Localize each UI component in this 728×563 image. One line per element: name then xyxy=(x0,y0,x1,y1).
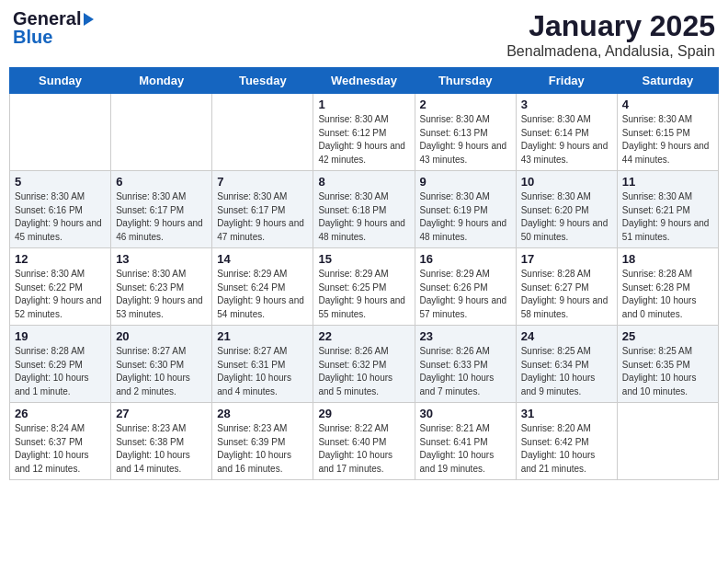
weekday-header-saturday: Saturday xyxy=(617,68,718,94)
day-cell: 21Sunrise: 8:27 AM Sunset: 6:31 PM Dayli… xyxy=(212,326,313,403)
day-info: Sunrise: 8:30 AM Sunset: 6:12 PM Dayligh… xyxy=(318,113,409,167)
title-section: January 2025 Benalmadena, Andalusia, Spa… xyxy=(506,9,715,60)
day-number: 10 xyxy=(521,175,612,189)
day-info: Sunrise: 8:30 AM Sunset: 6:18 PM Dayligh… xyxy=(318,190,409,244)
week-row-2: 5Sunrise: 8:30 AM Sunset: 6:16 PM Daylig… xyxy=(10,171,719,248)
day-number: 12 xyxy=(15,252,106,266)
day-number: 5 xyxy=(15,175,106,189)
day-cell: 28Sunrise: 8:23 AM Sunset: 6:39 PM Dayli… xyxy=(212,403,313,480)
day-number: 18 xyxy=(622,252,713,266)
day-number: 29 xyxy=(318,407,409,420)
day-number: 8 xyxy=(318,175,409,189)
week-row-1: 1Sunrise: 8:30 AM Sunset: 6:12 PM Daylig… xyxy=(10,94,719,171)
day-number: 4 xyxy=(622,98,713,111)
day-cell: 18Sunrise: 8:28 AM Sunset: 6:28 PM Dayli… xyxy=(617,248,718,326)
day-cell: 31Sunrise: 8:20 AM Sunset: 6:42 PM Dayli… xyxy=(516,403,617,480)
calendar-subtitle: Benalmadena, Andalusia, Spain xyxy=(506,43,715,60)
day-cell xyxy=(617,403,718,480)
week-row-3: 12Sunrise: 8:30 AM Sunset: 6:22 PM Dayli… xyxy=(10,248,719,326)
day-info: Sunrise: 8:23 AM Sunset: 6:38 PM Dayligh… xyxy=(116,422,207,476)
day-number: 13 xyxy=(116,252,207,266)
logo-blue: Blue xyxy=(13,27,52,47)
day-number: 30 xyxy=(420,407,511,420)
day-cell: 1Sunrise: 8:30 AM Sunset: 6:12 PM Daylig… xyxy=(313,94,415,171)
day-number: 17 xyxy=(521,252,612,266)
day-number: 6 xyxy=(116,175,207,189)
day-cell: 14Sunrise: 8:29 AM Sunset: 6:24 PM Dayli… xyxy=(212,248,313,326)
day-info: Sunrise: 8:26 AM Sunset: 6:32 PM Dayligh… xyxy=(318,345,409,398)
logo-arrow-icon xyxy=(84,13,94,26)
day-number: 15 xyxy=(318,252,409,266)
logo-general: General xyxy=(13,9,81,28)
day-info: Sunrise: 8:30 AM Sunset: 6:15 PM Dayligh… xyxy=(622,113,713,167)
day-info: Sunrise: 8:28 AM Sunset: 6:28 PM Dayligh… xyxy=(622,268,713,321)
day-cell: 23Sunrise: 8:26 AM Sunset: 6:33 PM Dayli… xyxy=(415,326,516,403)
day-info: Sunrise: 8:30 AM Sunset: 6:17 PM Dayligh… xyxy=(116,190,207,244)
day-cell: 30Sunrise: 8:21 AM Sunset: 6:41 PM Dayli… xyxy=(415,403,516,480)
day-cell: 10Sunrise: 8:30 AM Sunset: 6:20 PM Dayli… xyxy=(516,171,617,248)
day-number: 3 xyxy=(521,98,612,111)
day-number: 21 xyxy=(217,329,308,343)
day-cell: 29Sunrise: 8:22 AM Sunset: 6:40 PM Dayli… xyxy=(313,403,415,480)
day-cell: 9Sunrise: 8:30 AM Sunset: 6:19 PM Daylig… xyxy=(415,171,516,248)
day-number: 16 xyxy=(420,252,511,266)
weekday-header-friday: Friday xyxy=(516,68,617,94)
day-info: Sunrise: 8:30 AM Sunset: 6:13 PM Dayligh… xyxy=(420,113,511,167)
weekday-header-sunday: Sunday xyxy=(10,68,111,94)
day-cell xyxy=(111,94,212,171)
day-info: Sunrise: 8:30 AM Sunset: 6:22 PM Dayligh… xyxy=(15,268,106,321)
day-cell: 17Sunrise: 8:28 AM Sunset: 6:27 PM Dayli… xyxy=(516,248,617,326)
day-cell: 26Sunrise: 8:24 AM Sunset: 6:37 PM Dayli… xyxy=(10,403,111,480)
day-cell xyxy=(10,94,111,171)
day-info: Sunrise: 8:29 AM Sunset: 6:25 PM Dayligh… xyxy=(318,268,409,321)
day-info: Sunrise: 8:28 AM Sunset: 6:27 PM Dayligh… xyxy=(521,268,612,321)
day-cell: 12Sunrise: 8:30 AM Sunset: 6:22 PM Dayli… xyxy=(10,248,111,326)
day-cell xyxy=(212,94,313,171)
day-number: 26 xyxy=(15,407,106,420)
day-number: 27 xyxy=(116,407,207,420)
weekday-header-tuesday: Tuesday xyxy=(212,68,313,94)
day-number: 25 xyxy=(622,329,713,343)
day-number: 20 xyxy=(116,329,207,343)
weekday-header-row: SundayMondayTuesdayWednesdayThursdayFrid… xyxy=(10,68,719,94)
calendar-title: January 2025 xyxy=(506,9,715,43)
day-number: 19 xyxy=(15,329,106,343)
day-info: Sunrise: 8:25 AM Sunset: 6:34 PM Dayligh… xyxy=(521,345,612,398)
week-row-5: 26Sunrise: 8:24 AM Sunset: 6:37 PM Dayli… xyxy=(10,403,719,480)
day-info: Sunrise: 8:26 AM Sunset: 6:33 PM Dayligh… xyxy=(420,345,511,398)
day-info: Sunrise: 8:30 AM Sunset: 6:21 PM Dayligh… xyxy=(622,190,713,244)
day-info: Sunrise: 8:30 AM Sunset: 6:23 PM Dayligh… xyxy=(116,268,207,321)
day-number: 2 xyxy=(420,98,511,111)
day-cell: 24Sunrise: 8:25 AM Sunset: 6:34 PM Dayli… xyxy=(516,326,617,403)
day-info: Sunrise: 8:22 AM Sunset: 6:40 PM Dayligh… xyxy=(318,422,409,476)
day-number: 24 xyxy=(521,329,612,343)
logo: General Blue xyxy=(13,9,94,46)
day-cell: 22Sunrise: 8:26 AM Sunset: 6:32 PM Dayli… xyxy=(313,326,415,403)
day-cell: 5Sunrise: 8:30 AM Sunset: 6:16 PM Daylig… xyxy=(10,171,111,248)
day-info: Sunrise: 8:30 AM Sunset: 6:16 PM Dayligh… xyxy=(15,190,106,244)
day-info: Sunrise: 8:20 AM Sunset: 6:42 PM Dayligh… xyxy=(521,422,612,476)
day-number: 28 xyxy=(217,407,308,420)
calendar-table: SundayMondayTuesdayWednesdayThursdayFrid… xyxy=(9,67,719,480)
day-number: 22 xyxy=(318,329,409,343)
day-info: Sunrise: 8:21 AM Sunset: 6:41 PM Dayligh… xyxy=(420,422,511,476)
day-info: Sunrise: 8:27 AM Sunset: 6:30 PM Dayligh… xyxy=(116,345,207,398)
day-number: 31 xyxy=(521,407,612,420)
day-info: Sunrise: 8:23 AM Sunset: 6:39 PM Dayligh… xyxy=(217,422,308,476)
day-cell: 3Sunrise: 8:30 AM Sunset: 6:14 PM Daylig… xyxy=(516,94,617,171)
day-info: Sunrise: 8:30 AM Sunset: 6:17 PM Dayligh… xyxy=(217,190,308,244)
page-header: General Blue January 2025 Benalmadena, A… xyxy=(9,9,719,60)
day-info: Sunrise: 8:28 AM Sunset: 6:29 PM Dayligh… xyxy=(15,345,106,398)
day-number: 7 xyxy=(217,175,308,189)
day-info: Sunrise: 8:24 AM Sunset: 6:37 PM Dayligh… xyxy=(15,422,106,476)
day-cell: 6Sunrise: 8:30 AM Sunset: 6:17 PM Daylig… xyxy=(111,171,212,248)
day-cell: 15Sunrise: 8:29 AM Sunset: 6:25 PM Dayli… xyxy=(313,248,415,326)
day-info: Sunrise: 8:30 AM Sunset: 6:19 PM Dayligh… xyxy=(420,190,511,244)
day-number: 1 xyxy=(318,98,409,111)
day-number: 11 xyxy=(622,175,713,189)
day-cell: 20Sunrise: 8:27 AM Sunset: 6:30 PM Dayli… xyxy=(111,326,212,403)
day-cell: 16Sunrise: 8:29 AM Sunset: 6:26 PM Dayli… xyxy=(415,248,516,326)
day-cell: 27Sunrise: 8:23 AM Sunset: 6:38 PM Dayli… xyxy=(111,403,212,480)
day-info: Sunrise: 8:29 AM Sunset: 6:26 PM Dayligh… xyxy=(420,268,511,321)
day-cell: 25Sunrise: 8:25 AM Sunset: 6:35 PM Dayli… xyxy=(617,326,718,403)
